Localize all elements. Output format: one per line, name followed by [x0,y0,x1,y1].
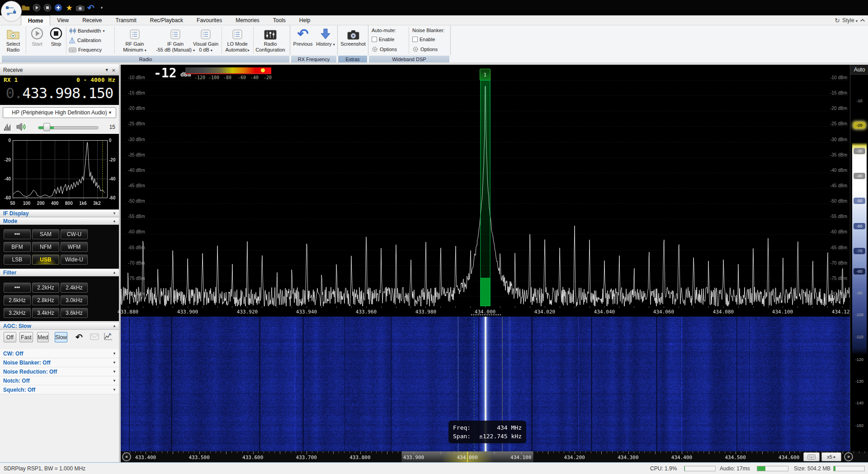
agc-button-fast[interactable]: Fast [19,332,33,342]
previous-button[interactable]: ↶ Previous [292,25,314,55]
mode-button-wfm[interactable]: WFM [61,242,88,252]
filter-button-3-2khz[interactable]: 3.2kHz [4,308,31,318]
section-cw[interactable]: CW: Off▾ [0,349,119,358]
filter-button-3-4khz[interactable]: 3.4kHz [32,308,59,318]
navigator-zoom-button[interactable]: x5▸ [821,452,841,461]
style-button[interactable]: Style ▾ [842,17,858,24]
mode-button-sam[interactable]: SAM [32,229,59,239]
noise-blanker-enable-checkbox[interactable]: Enable [412,35,435,44]
amplitude-range-scale[interactable]: Auto -10-20-30-40-50-60-70-80-90-100-110… [850,65,868,451]
panel-close-icon[interactable]: × [112,67,115,74]
frequency-button[interactable]: Frequency [69,45,102,54]
tab-receive[interactable]: Receive [75,15,108,25]
start-icon[interactable] [32,3,42,13]
mode-button-usb[interactable]: USB [32,255,59,265]
amplitude-scale-marker[interactable] [261,68,265,72]
rx-marker-tab[interactable]: 1 [480,69,491,80]
mode-button-lsb[interactable]: LSB [4,255,31,265]
start-button[interactable]: Start [28,25,47,55]
open-folder-icon[interactable] [21,3,31,13]
mode-button--[interactable]: ••• [4,229,31,239]
camera-icon[interactable] [75,3,85,13]
tab-help[interactable]: Help [292,15,317,25]
undo-icon[interactable]: ↶ [86,3,96,13]
audio-x-label: 800 [64,201,73,206]
tab-memories[interactable]: Memories [229,15,266,25]
favourite-icon[interactable]: ★ [64,3,74,13]
history-button[interactable]: History ▾ [315,25,336,55]
navigator-left-button[interactable]: « [122,452,131,461]
navigator-label: 433.600 [242,455,263,460]
mode-button-nfm[interactable]: NFM [32,242,59,252]
panel-dropdown-icon[interactable]: ▾ [105,67,108,73]
filter-button-2-6khz[interactable]: 2.6kHz [4,295,31,305]
add-icon[interactable] [53,3,63,13]
receive-panel-header[interactable]: Receive ▾ × [0,65,119,76]
ribbon-group-labels: RadioRX FrequencyExtrasWideband DSP [0,55,868,63]
filter-header[interactable]: Filter▴ [0,269,119,276]
section-squelch[interactable]: Squelch: Off▾ [0,385,119,394]
agc-undo-icon[interactable]: ↶ [75,332,83,342]
automute-enable-checkbox[interactable]: Enable [372,35,394,44]
agc-button-off[interactable]: Off [4,332,16,342]
noise-blanker-options-button[interactable]: Options [412,45,438,54]
agc-button-slow[interactable]: Slow [55,332,67,342]
volume-slider-thumb[interactable] [43,123,50,131]
tooltip-span-value: ±122.745 kHz [479,432,522,441]
filter-button--[interactable]: ••• [4,283,31,293]
tab-rec-playback[interactable]: Rec/Playback [143,15,190,25]
rf-spectrum-chart[interactable] [121,65,850,306]
more-icon[interactable]: ▾ [97,3,107,13]
calibration-button[interactable]: Calibration [69,36,101,45]
agc-graph-icon[interactable] [104,332,113,342]
agc-envelope-icon[interactable] [90,333,99,342]
mode-header[interactable]: Mode▴ [0,217,119,225]
rf-gain-button[interactable]: RF GainMinimum ▾ [117,25,153,55]
filter-button-2-4khz[interactable]: 2.4kHz [61,283,88,293]
tab-view[interactable]: View [50,15,75,25]
select-radio-button[interactable]: SelectRadio [2,25,24,55]
section-noise-blanker[interactable]: Noise Blanker: Off▾ [0,358,119,367]
section-noise-reduction[interactable]: Noise Reduction: Off▾ [0,367,119,376]
filter-button-3-0khz[interactable]: 3.0kHz [61,295,88,305]
collapse-ribbon-icon[interactable] [860,19,865,22]
radio-configuration-button[interactable]: RadioConfiguration [251,25,289,55]
speaker-icon[interactable] [16,123,26,133]
navigator-right-button[interactable]: » [844,452,853,461]
section-notch[interactable]: Notch: Off▾ [0,376,119,385]
navigator-keyboard-button[interactable] [803,452,820,461]
frequency-display[interactable]: 0.433.998.150 [0,85,119,102]
if-gain-button[interactable]: IF Gain-55 dB (Manual) ▾ [154,25,197,55]
automute-options-button[interactable]: Options [372,45,397,54]
amplitude-colour-scale[interactable] [185,67,271,73]
filter-button-2-2khz[interactable]: 2.2kHz [32,283,59,293]
radio-configuration-icon [251,25,289,40]
visual-gain-button[interactable]: Visual Gain0 dB ▾ [192,25,220,55]
screenshot-button[interactable]: Screenshot [340,25,366,55]
audio-device-select[interactable]: HP (Périphérique High Definition Audio)▼ [3,107,116,118]
filter-button-2-8khz[interactable]: 2.8kHz [32,295,59,305]
tab-transmit[interactable]: Transmit [109,15,143,25]
lo-mode-button[interactable]: LO ModeAutomatic▾ [223,25,251,55]
mode-button-wide-u[interactable]: Wide-U [61,255,88,265]
scale-auto-label[interactable]: Auto [850,65,868,75]
agc-button-med[interactable]: Med [37,332,49,342]
tab-tools[interactable]: Tools [266,15,292,25]
agc-header[interactable]: AGC: Slow▴ [0,322,119,330]
audio-spectrum-chart[interactable] [0,134,119,209]
section-label: Noise Reduction: Off [3,369,57,375]
mode-button-cw-u[interactable]: CW-U [61,229,88,239]
app-menu-button[interactable] [1,1,22,22]
if-display-header[interactable]: IF Display▾ [0,209,119,217]
stop-icon[interactable] [42,3,52,13]
stop-button[interactable]: Stop [47,25,65,55]
tab-home[interactable]: Home [21,15,50,25]
refresh-icon[interactable]: ↻ [835,17,840,24]
select-radio-icon [2,25,24,40]
tab-favourites[interactable]: Favourites [190,15,229,25]
equalizer-icon[interactable] [4,123,12,133]
waterfall-navigator[interactable]: 433.400433.500433.600433.700433.800433.9… [121,451,868,462]
bandwidth-button[interactable]: Bandwidth▾ [69,26,104,35]
mode-button-bfm[interactable]: BFM [4,242,31,252]
filter-button-3-6khz[interactable]: 3.6kHz [61,308,88,318]
